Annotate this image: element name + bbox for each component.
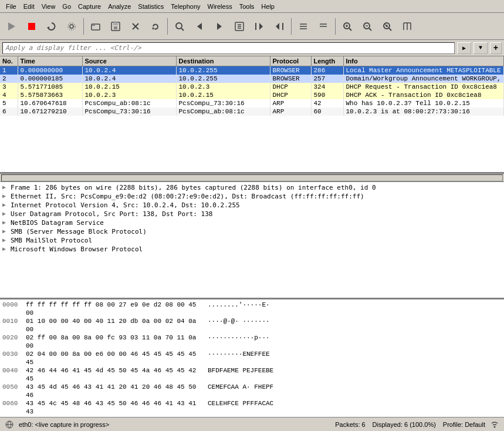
- detail-text: Frame 1: 286 bytes on wire (2288 bits), …: [11, 184, 376, 191]
- detail-item[interactable]: ▶Ethernet II, Src: PcsCompu_e9:0e:d2 (08…: [1, 192, 503, 201]
- profile-label: Profile: Default: [443, 421, 485, 428]
- svg-marker-0: [8, 22, 15, 31]
- zoom-reset-button[interactable]: [378, 17, 397, 36]
- svg-marker-11: [152, 28, 154, 30]
- detail-item[interactable]: ▶SMB MailSlot Protocol: [1, 236, 503, 245]
- col-source[interactable]: Source: [82, 56, 176, 66]
- go-last-button[interactable]: [270, 17, 289, 36]
- status-wifi-icon: [490, 420, 499, 429]
- hex-row: 006043 45 4c 45 48 46 43 45 50 46 46 46 …: [2, 399, 502, 416]
- svg-line-30: [349, 28, 351, 31]
- auto-scroll-button[interactable]: [294, 17, 313, 36]
- zoom-in-button[interactable]: [338, 17, 357, 36]
- detail-item[interactable]: ▶Internet Protocol Version 4, Src: 10.0.…: [1, 201, 503, 210]
- hex-offset: 0000: [2, 301, 26, 317]
- capture-options-button[interactable]: [62, 17, 81, 36]
- detail-text: User Datagram Protocol, Src Port: 138, D…: [11, 210, 212, 218]
- hex-data: 42 46 44 46 41 45 4d 45 50 45 4a 46 45 4…: [26, 366, 208, 383]
- svg-point-12: [176, 23, 182, 29]
- detail-arrow-icon: ▶: [2, 228, 11, 235]
- menu-wireless[interactable]: Wireless: [204, 2, 236, 11]
- packet-row-4[interactable]: 45.57587366310.0.2.310.0.2.15DHCP590DHCP…: [0, 91, 504, 99]
- packet-row-5[interactable]: 510.670647618PcsCompu_ab:08:1cPcsCompu_7…: [0, 99, 504, 107]
- hex-row: 002002 ff 00 8a 00 8a 00 fc 93 03 11 0a …: [2, 334, 502, 350]
- status-text: eth0: <live capture in progress>: [19, 421, 109, 428]
- packet-detail-panel: ▶Frame 1: 286 bytes on wire (2288 bits),…: [0, 182, 504, 299]
- go-to-packet-button[interactable]: [230, 17, 249, 36]
- hex-ascii: ····@·@· ·······: [208, 317, 270, 334]
- detail-arrow-icon: ▶: [2, 193, 11, 200]
- hex-ascii: BFDFAEME PEJFEEBE: [208, 366, 273, 383]
- go-forward-button[interactable]: [210, 17, 229, 36]
- svg-line-37: [389, 28, 391, 31]
- resize-columns-button[interactable]: [398, 17, 417, 36]
- detail-item[interactable]: ▶SMB (Server Message Block Protocol): [1, 227, 503, 236]
- svg-point-47: [494, 426, 496, 427]
- svg-rect-7: [113, 22, 118, 25]
- menu-analyze[interactable]: Analyze: [104, 2, 134, 11]
- packet-row-1[interactable]: 10.00000000010.0.2.410.0.2.255BROWSER286…: [0, 66, 504, 75]
- hex-row: 005043 45 4d 45 46 43 41 41 20 41 20 46 …: [2, 383, 502, 399]
- menu-statistics[interactable]: Statistics: [134, 2, 167, 11]
- menu-file[interactable]: File: [2, 2, 20, 11]
- restart-capture-button[interactable]: [42, 17, 61, 36]
- display-filter-input[interactable]: [2, 42, 455, 54]
- detail-item[interactable]: ▶Frame 1: 286 bytes on wire (2288 bits),…: [1, 183, 503, 192]
- menu-edit[interactable]: Edit: [20, 2, 38, 11]
- toolbar-sep-1: [83, 18, 84, 35]
- hex-ascii: CEMEFCAA A· FHEPF: [208, 383, 273, 399]
- packet-row-6[interactable]: 610.671279210PcsCompu_73:30:16PcsCompu_a…: [0, 107, 504, 116]
- reload-file-button[interactable]: [146, 17, 165, 36]
- menu-view[interactable]: View: [38, 2, 59, 11]
- statusbar: eth0: <live capture in progress> Packets…: [0, 417, 504, 431]
- detail-text: SMB MailSlot Protocol: [11, 237, 92, 244]
- col-info[interactable]: Info: [343, 56, 504, 66]
- packet-row-2[interactable]: 20.00000018510.0.2.410.0.2.255BROWSER257…: [0, 75, 504, 83]
- col-no[interactable]: No.: [0, 56, 18, 66]
- go-first-button[interactable]: [250, 17, 269, 36]
- hex-data: 02 04 00 00 8a 00 e6 00 00 46 45 45 45 4…: [26, 350, 208, 366]
- detail-arrow-icon: ▶: [2, 219, 11, 226]
- filter-apply-button[interactable]: ▶: [457, 42, 471, 54]
- menu-go[interactable]: Go: [59, 2, 75, 11]
- save-file-button[interactable]: [106, 17, 125, 36]
- svg-line-40: [385, 24, 388, 28]
- open-file-button[interactable]: [86, 17, 105, 36]
- menu-capture[interactable]: Capture: [75, 2, 104, 11]
- col-time[interactable]: Time: [18, 56, 82, 66]
- col-length[interactable]: Length: [311, 56, 343, 66]
- detail-item[interactable]: ▶User Datagram Protocol, Src Port: 138, …: [1, 210, 503, 218]
- zoom-out-button[interactable]: [358, 17, 377, 36]
- hex-ascii: ........'·····E·: [208, 301, 270, 317]
- detail-item[interactable]: ▶Microsoft Windows Browser Protocol: [1, 245, 503, 254]
- filterbar: ▶ ▼ +: [0, 40, 504, 56]
- svg-line-34: [369, 28, 371, 31]
- hex-ascii: ············p···: [208, 334, 270, 350]
- detail-arrow-icon: ▶: [2, 184, 11, 191]
- menu-telephony[interactable]: Telephony: [167, 2, 204, 11]
- hex-offset: 0020: [2, 334, 26, 350]
- stop-capture-button[interactable]: [22, 17, 41, 36]
- network-icon[interactable]: [5, 420, 14, 429]
- svg-marker-15: [217, 23, 222, 30]
- toolbar-sep-4: [335, 18, 336, 35]
- detail-text: NetBIOS Datagram Service: [11, 219, 104, 227]
- svg-point-4: [68, 23, 75, 30]
- detail-item[interactable]: ▶NetBIOS Datagram Service: [1, 218, 503, 227]
- packet-row-3[interactable]: 35.57177108510.0.2.1510.0.2.3DHCP324DHCP…: [0, 83, 504, 91]
- packet-bytes-panel: 0000ff ff ff ff ff ff 08 00 27 e9 0e d2 …: [0, 299, 504, 417]
- packet-list-hscroll[interactable]: [0, 174, 504, 182]
- filter-dropdown-button[interactable]: ▼: [473, 42, 488, 54]
- menu-help[interactable]: Help: [258, 2, 278, 11]
- col-destination[interactable]: Destination: [176, 56, 270, 66]
- go-back-button[interactable]: [190, 17, 209, 36]
- find-packet-button[interactable]: [170, 17, 189, 36]
- hex-offset: 0030: [2, 350, 26, 366]
- menu-tools[interactable]: Tools: [236, 2, 258, 11]
- filter-add-button[interactable]: +: [490, 42, 502, 54]
- close-file-button[interactable]: [126, 17, 145, 36]
- colorize-button[interactable]: [314, 17, 333, 36]
- col-protocol[interactable]: Protocol: [270, 56, 311, 66]
- start-capture-button[interactable]: [2, 17, 21, 36]
- hex-data: ff ff ff ff ff ff 08 00 27 e9 0e d2 08 0…: [26, 301, 208, 317]
